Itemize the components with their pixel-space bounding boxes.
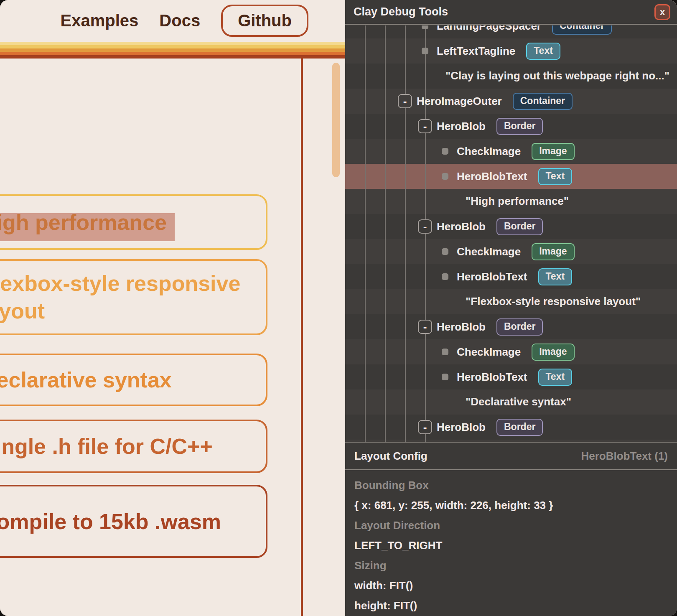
indent-guide [425,25,426,442]
element-type-badge: Border [496,419,543,436]
github-button[interactable]: Github [221,5,308,37]
feature-label: Compile to 15kb .wasm [0,508,221,535]
text-content: "Flexbox-style responsive layout" [466,295,641,308]
element-name: HeroImageOuter [417,95,502,108]
clay-debug-panel: Clay Debug Tools x LandingPageSpacerCont… [345,0,677,616]
layout-config-section: Layout Config HeroBlobText (1) Bounding … [345,442,677,616]
tree-text-row: "High performance" [345,189,677,214]
element-type-badge: Image [532,344,574,361]
indent-guide [405,25,406,442]
config-label: Bounding Box [354,475,668,495]
tree-element-row[interactable]: HeroBlobTextText [345,264,677,289]
element-name: HeroBlob [437,220,486,233]
debug-panel-title: Clay Debug Tools [354,5,448,18]
indent-guide [385,25,386,442]
close-icon[interactable]: x [654,4,670,20]
collapse-button[interactable]: - [418,219,432,234]
debug-selection-highlight [0,213,175,241]
debug-panel-header: Clay Debug Tools x [345,0,677,25]
layout-config-header: Layout Config HeroBlobText (1) [345,443,677,470]
tree-element-row[interactable]: CheckImageImage [345,339,677,364]
selected-element-label: HeroBlobText (1) [581,450,668,463]
clay-website: Examples Docs Github High performance Fl… [0,0,345,616]
bullet-icon [442,273,448,280]
element-name: HeroBlob [437,321,486,333]
layout-config-body: Bounding Box{ x: 681, y: 255, width: 226… [345,470,677,616]
element-type-badge: Image [532,243,574,260]
bullet-icon [422,25,428,29]
nav-link-examples[interactable]: Examples [61,11,139,30]
stripe [0,45,345,48]
feature-card-flexbox: Flexbox-style responsive layout [0,259,267,335]
config-label: Sizing [354,555,668,575]
config-value: height: FIT() [354,596,668,616]
tree-text-row: "Flexbox-style responsive layout" [345,289,677,314]
element-name: CheckImage [457,245,521,258]
tree-element-row[interactable]: CheckImageImage [345,139,677,164]
element-type-badge: Text [526,43,560,60]
feature-label: Single .h file for C/C++ [0,433,213,460]
element-type-badge: Container [513,93,573,110]
element-type-badge: Text [538,268,573,285]
tree-element-row[interactable]: -HeroBlobBorder [345,314,677,339]
element-name: HeroBlob [437,120,486,133]
element-tree: LandingPageSpacerContainerLeftTextTaglin… [345,25,677,442]
element-type-badge: Border [496,218,543,235]
bullet-icon [442,349,448,355]
element-type-badge: Container [552,25,612,35]
bullet-icon [422,48,428,54]
element-name: LeftTextTagline [437,45,515,58]
collapse-button[interactable]: - [418,420,432,434]
element-type-badge: Image [532,143,574,160]
tree-text-row: "Clay is laying out this webpage right n… [345,64,677,89]
feature-label: Flexbox-style responsive layout [0,270,257,325]
page-scrollbar-thumb[interactable] [332,63,340,177]
collapse-button[interactable]: - [418,320,432,334]
collapse-button[interactable]: - [418,119,432,133]
tree-element-row[interactable]: LandingPageSpacerContainer [345,25,677,38]
stripe [0,52,345,55]
collapse-button[interactable]: - [398,94,412,108]
feature-label: Declarative syntax [0,366,172,394]
element-type-badge: Border [496,318,543,336]
layout-config-title: Layout Config [354,450,428,463]
rainbow-stripes [0,42,345,59]
feature-card-declarative: Declarative syntax [0,354,267,406]
config-value: LEFT_TO_RIGHT [354,535,668,555]
nav-link-docs[interactable]: Docs [159,11,200,30]
config-label: Layout Direction [354,515,668,535]
element-type-badge: Text [538,168,573,185]
element-name: HeroBlobText [457,170,527,183]
tree-element-row[interactable]: CheckImageImage [345,239,677,264]
element-type-badge: Border [496,118,543,135]
config-value: width: FIT() [354,575,668,596]
tree-element-row[interactable]: HeroBlobTextText [345,164,677,189]
text-content: "Declarative syntax" [466,395,571,408]
stripe [0,55,345,59]
tree-text-row: "Declarative syntax" [345,389,677,415]
site-nav: Examples Docs Github [0,0,345,41]
tree-element-row[interactable]: -HeroBlobBorder [345,114,677,139]
bullet-icon [442,374,448,380]
tree-element-row[interactable]: -HeroBlobBorder [345,214,677,239]
bullet-icon [442,148,448,155]
feature-card-single-header: Single .h file for C/C++ [0,420,267,473]
app-window: Examples Docs Github High performance Fl… [0,0,677,616]
element-name: CheckImage [457,145,521,158]
tree-element-row[interactable]: LeftTextTaglineText [345,38,677,64]
tree-element-row[interactable]: -HeroImageOuterContainer [345,89,677,114]
indent-guide [365,25,366,442]
stripe [0,48,345,52]
element-name: CheckImage [457,346,521,359]
element-name: HeroBlob [437,421,486,434]
tree-element-row[interactable]: HeroBlobTextText [345,364,677,389]
tree-element-row[interactable]: -HeroBlobBorder [345,415,677,440]
element-type-badge: Text [538,369,573,386]
feature-card-wasm: Compile to 15kb .wasm [0,485,267,558]
element-name: HeroBlobText [457,270,527,283]
column-divider [301,59,303,616]
element-name: HeroBlobText [457,371,527,384]
stripe [0,42,345,45]
element-name: LandingPageSpacer [437,25,541,33]
bullet-icon [442,173,448,180]
